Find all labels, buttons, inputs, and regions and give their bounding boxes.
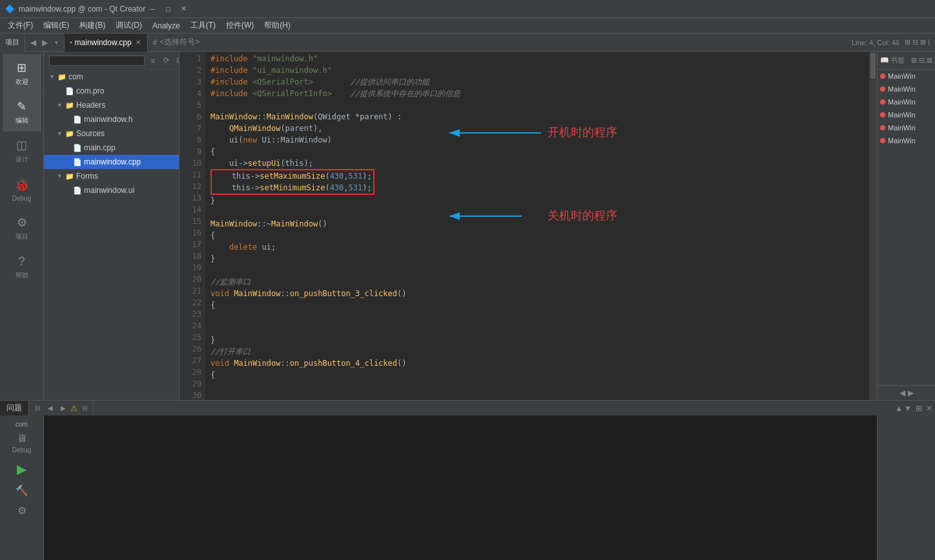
menu-analyze[interactable]: Analyze	[147, 20, 185, 32]
run-button[interactable]: ▶	[4, 459, 40, 479]
bookmark-dot-5	[880, 125, 885, 130]
tree-item-headers[interactable]: ▼ 📁 Headers	[44, 98, 179, 112]
menu-controls[interactable]: 控件(W)	[221, 19, 259, 32]
app-icon: 🔷	[5, 5, 15, 14]
sidebar-welcome[interactable]: ⊞ 欢迎	[3, 54, 41, 93]
tree-item-sources[interactable]: ▼ 📁 Sources	[44, 126, 179, 141]
rp-item-label-5: MainWin	[888, 124, 916, 132]
filter-btn-bottom[interactable]: ⊟	[32, 403, 43, 414]
sidebar-design[interactable]: ◫ 设计	[3, 132, 41, 170]
ui-file-icon: 📄	[73, 186, 82, 195]
code-area[interactable]: 12345 678910 1112131415 1617181920 21222…	[180, 52, 877, 400]
rp-item-label-1: MainWin	[888, 72, 916, 80]
arrow-forms: ▼	[57, 173, 63, 179]
tree-item-com[interactable]: ▼ 📁 com	[44, 70, 179, 84]
sidebar-project[interactable]: ⚙ 项目	[3, 209, 41, 248]
rp-toolbar: ⊞ ⊟ ⊠	[911, 56, 932, 65]
tool-button[interactable]: ⚙	[4, 502, 40, 519]
tree-item-main-cpp[interactable]: 📄 main.cpp	[44, 141, 179, 155]
sidebar-debug[interactable]: 🐞 Debug	[3, 170, 41, 209]
collapse-all-btn[interactable]: ⊟	[173, 55, 180, 66]
symbol-tab-label: <选择符号>	[159, 37, 200, 48]
filter-btn[interactable]: ≡	[147, 55, 159, 66]
menu-edit[interactable]: 编辑(E)	[38, 19, 74, 32]
tree-toolbar: ≡ ⟳ ⊟ + ⋯	[147, 55, 180, 66]
tree-label-headers: Headers	[76, 101, 105, 110]
tab-close-button[interactable]: ✕	[134, 39, 142, 46]
arrow-com: ▼	[49, 74, 56, 80]
maximize-button[interactable]: □	[161, 2, 175, 16]
tree-item-com-pro[interactable]: 📄 com.pro	[44, 84, 179, 98]
rp-item-4[interactable]: MainWin	[878, 108, 935, 121]
menu-help[interactable]: 帮助(H)	[259, 19, 296, 32]
vertical-scrollbar[interactable]	[869, 52, 877, 400]
sidebar-help[interactable]: ? 帮助	[3, 248, 41, 286]
project-tab-label: 项目	[5, 37, 19, 47]
lower-project-label: com	[15, 421, 28, 428]
project-icon: ⚙	[17, 215, 27, 230]
menu-debug[interactable]: 调试(D)	[110, 19, 147, 32]
nav-menu-button[interactable]: ▾	[51, 37, 61, 48]
hash-icon: #	[153, 38, 158, 47]
tab-toolbar: ⊞ ⊟ ⊠ |	[905, 38, 930, 46]
project-tab[interactable]: 项目	[0, 34, 25, 52]
rp-item-6[interactable]: MainWin	[878, 134, 935, 147]
file-tab-label: mainwindow.cpp	[75, 38, 132, 47]
file-tab-mainwindow-cpp[interactable]: ▪ mainwindow.cpp ✕	[65, 34, 148, 52]
lower-content: com 🖥 Debug ▶ 🔨 ⚙	[0, 415, 935, 560]
folder-icon-sources: 📁	[65, 130, 74, 138]
collapse-up-icon[interactable]: ▲	[895, 404, 903, 413]
tree-item-mainwindow-h[interactable]: 📄 mainwindow.h	[44, 112, 179, 126]
scroll-thumb[interactable]	[870, 53, 876, 79]
cpp-file-icon-main: 📄	[73, 144, 82, 152]
rp-item-label-2: MainWin	[888, 85, 916, 93]
code-editor[interactable]: 12345 678910 1112131415 1617181920 21222…	[180, 52, 877, 400]
sidebar-edit[interactable]: ✎ 编辑	[3, 93, 41, 132]
menu-build[interactable]: 构建(B)	[74, 19, 110, 32]
close-button[interactable]: ✕	[176, 2, 190, 16]
build-icon: 🔨	[15, 485, 28, 497]
tool-icon: ⚙	[17, 505, 26, 517]
cpp-file-icon: ▪	[70, 39, 72, 46]
lower-right-panel	[877, 415, 935, 560]
symbol-tab[interactable]: # <选择符号>	[148, 34, 847, 52]
tree-item-forms[interactable]: ▼ 📁 Forms	[44, 169, 179, 183]
rp-item-label-3: MainWin	[888, 98, 916, 106]
filter-problems-btn[interactable]: ⊟	[79, 403, 90, 414]
title-text: mainwindow.cpp @ com - Qt Creator	[19, 5, 145, 14]
tree-label-com: com	[68, 72, 83, 81]
prev-problem-btn[interactable]: ◀	[45, 403, 56, 414]
line-numbers: 12345 678910 1112131415 1617181920 21222…	[180, 52, 205, 400]
tree-item-mainwindow-cpp[interactable]: 📄 mainwindow.cpp	[44, 155, 179, 169]
problems-tab[interactable]: 问题	[0, 401, 29, 415]
tree-filter-input[interactable]	[49, 55, 145, 66]
minimize-button[interactable]: ─	[145, 2, 159, 16]
rp-item-1[interactable]: MainWin	[878, 70, 935, 83]
title-bar: 🔷 mainwindow.cpp @ com - Qt Creator ─ □ …	[0, 0, 935, 18]
next-problem-btn[interactable]: ▶	[57, 403, 69, 414]
build-button[interactable]: 🔨	[4, 482, 40, 499]
bookmark-dot-6	[880, 138, 885, 143]
tree-label-mainwindow-h: mainwindow.h	[84, 115, 132, 124]
rp-item-2[interactable]: MainWin	[878, 83, 935, 95]
rp-item-3[interactable]: MainWin	[878, 95, 935, 108]
back-button[interactable]: ◀	[28, 37, 38, 48]
tree-item-mainwindow-ui[interactable]: 📄 mainwindow.ui	[44, 183, 179, 197]
menu-file[interactable]: 文件(F)	[3, 19, 38, 32]
lower-half: com 🖥 Debug ▶ 🔨 ⚙	[0, 415, 935, 560]
help-label: 帮助	[15, 271, 28, 280]
run-icon: ▶	[17, 461, 26, 477]
welcome-label: 欢迎	[15, 77, 28, 86]
forward-button[interactable]: ▶	[39, 37, 50, 48]
rp-scroll-right[interactable]: ▶	[908, 388, 914, 397]
rp-scroll-left[interactable]: ◀	[899, 388, 905, 397]
window-controls: ─ □ ✕	[145, 2, 190, 16]
rp-item-5[interactable]: MainWin	[878, 121, 935, 134]
sync-btn[interactable]: ⟳	[160, 55, 172, 66]
detach-icon[interactable]: ⊞	[916, 404, 922, 413]
close-problems-btn[interactable]: ✕	[926, 404, 932, 413]
code-content[interactable]: #include "mainwindow.h" #include "ui_mai…	[205, 52, 869, 400]
collapse-down-icon[interactable]: ▼	[904, 404, 912, 413]
menu-tools[interactable]: 工具(T)	[185, 19, 221, 32]
lower-debug-btn[interactable]: 🖥 Debug	[4, 430, 40, 456]
